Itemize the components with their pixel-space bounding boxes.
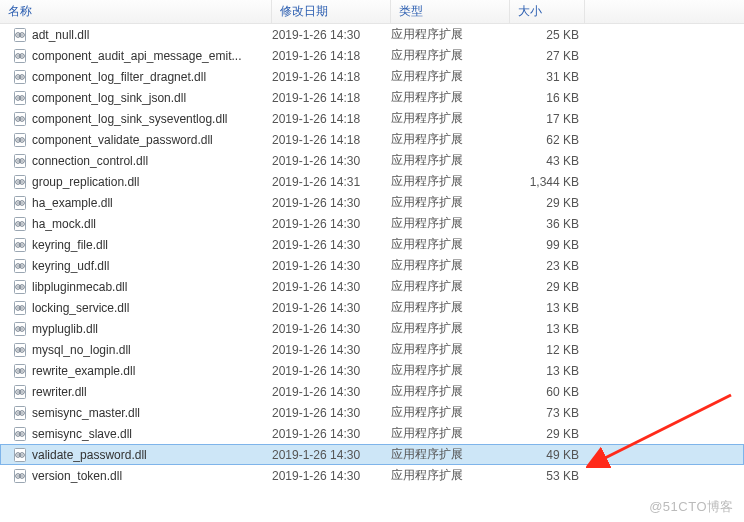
file-name: version_token.dll	[32, 469, 272, 483]
file-size: 25 KB	[510, 28, 585, 42]
file-row[interactable]: version_token.dll2019-1-26 14:30应用程序扩展53…	[0, 465, 744, 486]
svg-point-48	[17, 223, 19, 225]
file-icon	[12, 279, 28, 295]
file-icon	[12, 195, 28, 211]
svg-point-59	[21, 265, 23, 267]
file-type: 应用程序扩展	[391, 236, 510, 253]
file-type: 应用程序扩展	[391, 194, 510, 211]
svg-point-33	[17, 160, 19, 162]
dll-file-icon	[12, 300, 28, 316]
svg-point-78	[17, 349, 19, 351]
dll-file-icon	[12, 426, 28, 442]
file-type: 应用程序扩展	[391, 26, 510, 43]
svg-point-43	[17, 202, 19, 204]
dll-file-icon	[12, 216, 28, 232]
file-row[interactable]: rewriter.dll2019-1-26 14:30应用程序扩展60 KB	[0, 381, 744, 402]
file-name: group_replication.dll	[32, 175, 272, 189]
file-icon	[12, 132, 28, 148]
file-row[interactable]: semisync_slave.dll2019-1-26 14:30应用程序扩展2…	[0, 423, 744, 444]
file-row[interactable]: keyring_file.dll2019-1-26 14:30应用程序扩展99 …	[0, 234, 744, 255]
dll-file-icon	[12, 342, 28, 358]
file-icon	[12, 405, 28, 421]
svg-point-4	[21, 34, 23, 36]
svg-point-49	[21, 223, 23, 225]
file-row[interactable]: keyring_udf.dll2019-1-26 14:30应用程序扩展23 K…	[0, 255, 744, 276]
header-size[interactable]: 大小	[510, 0, 585, 24]
file-size: 13 KB	[510, 322, 585, 336]
file-row[interactable]: ha_mock.dll2019-1-26 14:30应用程序扩展36 KB	[0, 213, 744, 234]
dll-file-icon	[12, 48, 28, 64]
file-size: 23 KB	[510, 259, 585, 273]
svg-point-104	[21, 454, 23, 456]
file-modified: 2019-1-26 14:30	[272, 427, 391, 441]
file-type: 应用程序扩展	[391, 89, 510, 106]
file-row[interactable]: component_log_sink_syseventlog.dll2019-1…	[0, 108, 744, 129]
svg-point-44	[21, 202, 23, 204]
header-type[interactable]: 类型	[391, 0, 510, 24]
svg-point-79	[21, 349, 23, 351]
file-name: component_validate_password.dll	[32, 133, 272, 147]
file-name: rewrite_example.dll	[32, 364, 272, 378]
file-icon	[12, 321, 28, 337]
file-size: 17 KB	[510, 112, 585, 126]
file-modified: 2019-1-26 14:30	[272, 280, 391, 294]
svg-point-88	[17, 391, 19, 393]
file-row[interactable]: adt_null.dll2019-1-26 14:30应用程序扩展25 KB	[0, 24, 744, 45]
file-type: 应用程序扩展	[391, 299, 510, 316]
file-icon	[12, 153, 28, 169]
file-row[interactable]: validate_password.dll2019-1-26 14:30应用程序…	[0, 444, 744, 465]
svg-point-13	[17, 76, 19, 78]
file-size: 62 KB	[510, 133, 585, 147]
svg-point-29	[21, 139, 23, 141]
file-modified: 2019-1-26 14:30	[272, 196, 391, 210]
file-modified: 2019-1-26 14:18	[272, 91, 391, 105]
svg-point-39	[21, 181, 23, 183]
file-type: 应用程序扩展	[391, 110, 510, 127]
file-row[interactable]: mysql_no_login.dll2019-1-26 14:30应用程序扩展1…	[0, 339, 744, 360]
svg-point-3	[17, 34, 19, 36]
header-name[interactable]: 名称	[0, 0, 272, 24]
file-row[interactable]: locking_service.dll2019-1-26 14:30应用程序扩展…	[0, 297, 744, 318]
file-name: semisync_slave.dll	[32, 427, 272, 441]
file-row[interactable]: connection_control.dll2019-1-26 14:30应用程…	[0, 150, 744, 171]
svg-point-64	[21, 286, 23, 288]
file-type: 应用程序扩展	[391, 446, 510, 463]
file-type: 应用程序扩展	[391, 320, 510, 337]
file-modified: 2019-1-26 14:30	[272, 301, 391, 315]
file-row[interactable]: component_validate_password.dll2019-1-26…	[0, 129, 744, 150]
file-modified: 2019-1-26 14:30	[272, 385, 391, 399]
file-size: 53 KB	[510, 469, 585, 483]
svg-point-19	[21, 97, 23, 99]
file-modified: 2019-1-26 14:18	[272, 70, 391, 84]
svg-point-8	[17, 55, 19, 57]
file-size: 29 KB	[510, 427, 585, 441]
file-size: 12 KB	[510, 343, 585, 357]
file-row[interactable]: mypluglib.dll2019-1-26 14:30应用程序扩展13 KB	[0, 318, 744, 339]
file-type: 应用程序扩展	[391, 257, 510, 274]
svg-point-93	[17, 412, 19, 414]
file-row[interactable]: semisync_master.dll2019-1-26 14:30应用程序扩展…	[0, 402, 744, 423]
file-row[interactable]: component_log_filter_dragnet.dll2019-1-2…	[0, 66, 744, 87]
dll-file-icon	[12, 321, 28, 337]
svg-point-53	[17, 244, 19, 246]
file-row[interactable]: rewrite_example.dll2019-1-26 14:30应用程序扩展…	[0, 360, 744, 381]
file-name: semisync_master.dll	[32, 406, 272, 420]
file-row[interactable]: component_log_sink_json.dll2019-1-26 14:…	[0, 87, 744, 108]
dll-file-icon	[12, 27, 28, 43]
svg-point-108	[17, 475, 19, 477]
header-modified[interactable]: 修改日期	[272, 0, 391, 24]
file-row[interactable]: libpluginmecab.dll2019-1-26 14:30应用程序扩展2…	[0, 276, 744, 297]
dll-file-icon	[12, 195, 28, 211]
file-modified: 2019-1-26 14:30	[272, 448, 391, 462]
file-row[interactable]: ha_example.dll2019-1-26 14:30应用程序扩展29 KB	[0, 192, 744, 213]
file-name: validate_password.dll	[32, 448, 272, 462]
file-row[interactable]: component_audit_api_message_emit...2019-…	[0, 45, 744, 66]
file-size: 27 KB	[510, 49, 585, 63]
file-icon	[12, 27, 28, 43]
file-row[interactable]: group_replication.dll2019-1-26 14:31应用程序…	[0, 171, 744, 192]
svg-point-14	[21, 76, 23, 78]
column-headers: 名称 修改日期 类型 大小	[0, 0, 744, 24]
file-type: 应用程序扩展	[391, 404, 510, 421]
file-name: ha_example.dll	[32, 196, 272, 210]
file-icon	[12, 384, 28, 400]
